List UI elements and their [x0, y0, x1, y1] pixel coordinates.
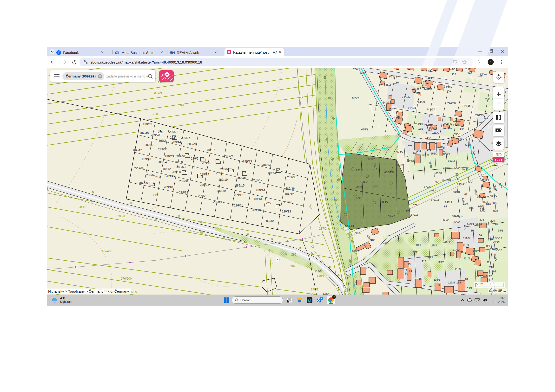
svg-text:277/400: 277/400: [101, 249, 112, 253]
svg-text:36: 36: [479, 234, 482, 237]
svg-text:18: 18: [465, 278, 468, 281]
svg-text:95/18: 95/18: [495, 249, 502, 252]
svg-text:289/10: 289/10: [252, 208, 261, 212]
svg-text:289/64: 289/64: [220, 167, 229, 171]
svg-text:289/15: 289/15: [235, 184, 244, 187]
svg-text:195: 195: [469, 207, 474, 209]
svg-text:289/19: 289/19: [219, 178, 228, 181]
svg-text:744/28: 744/28: [411, 87, 419, 90]
svg-text:289/57: 289/57: [145, 143, 154, 147]
svg-text:289/42: 289/42: [162, 167, 171, 171]
svg-text:289/23: 289/23: [200, 183, 209, 186]
svg-text:143: 143: [412, 152, 417, 155]
svg-text:683/2: 683/2: [368, 158, 375, 161]
svg-text:289/24: 289/24: [200, 173, 209, 176]
svg-text:289/30: 289/30: [172, 170, 181, 174]
svg-text:289/28: 289/28: [187, 142, 197, 146]
svg-text:671/6: 671/6: [424, 185, 431, 188]
svg-text:95/4: 95/4: [479, 219, 484, 221]
svg-text:184: 184: [456, 281, 461, 284]
svg-text:671/2: 671/2: [411, 213, 418, 216]
svg-text:114/2: 114/2: [453, 248, 460, 251]
svg-text:289/11: 289/11: [234, 204, 243, 207]
svg-text:220: 220: [488, 238, 493, 241]
svg-text:111/2: 111/2: [462, 244, 469, 247]
svg-text:664/3: 664/3: [452, 215, 459, 218]
svg-text:671/8: 671/8: [462, 167, 469, 170]
svg-text:289/12: 289/12: [234, 193, 243, 197]
svg-text:744/55: 744/55: [432, 132, 440, 135]
svg-text:671/15: 671/15: [430, 190, 438, 192]
svg-text:289/45: 289/45: [143, 123, 152, 126]
svg-text:141: 141: [426, 148, 431, 151]
svg-text:289/40: 289/40: [164, 185, 173, 189]
svg-text:653/3: 653/3: [465, 143, 472, 146]
svg-text:109/2: 109/2: [465, 287, 472, 290]
svg-text:96/3: 96/3: [482, 200, 488, 203]
svg-text:14: 14: [409, 270, 412, 272]
svg-text:115/4: 115/4: [443, 240, 450, 243]
svg-text:129/3: 129/3: [317, 274, 324, 278]
svg-text:676: 676: [408, 145, 412, 148]
svg-text:289/41: 289/41: [166, 174, 175, 178]
svg-text:671/10: 671/10: [442, 178, 451, 181]
svg-text:666/3: 666/3: [445, 200, 452, 203]
svg-text:665/2: 665/2: [490, 194, 497, 197]
svg-text:276/200: 276/200: [121, 277, 131, 280]
svg-text:174: 174: [459, 215, 463, 218]
svg-text:289/21: 289/21: [213, 200, 222, 204]
svg-text:283/3: 283/3: [117, 214, 125, 218]
svg-text:289/70: 289/70: [151, 134, 160, 137]
svg-text:108: 108: [473, 249, 477, 252]
svg-text:289/43: 289/43: [165, 155, 174, 158]
svg-text:660/1: 660/1: [467, 222, 474, 225]
svg-text:665/2: 665/2: [442, 219, 449, 221]
svg-text:671/7: 671/7: [388, 214, 395, 217]
svg-text:664/2: 664/2: [453, 221, 460, 223]
svg-text:744/33: 744/33: [388, 75, 397, 78]
svg-text:279: 279: [311, 292, 316, 294]
svg-text:1109: 1109: [455, 268, 461, 271]
svg-text:289/62: 289/62: [146, 173, 155, 177]
svg-text:293: 293: [179, 103, 184, 107]
svg-text:217: 217: [155, 175, 161, 179]
svg-text:289/48: 289/48: [142, 158, 151, 161]
svg-text:95/16: 95/16: [493, 240, 500, 243]
svg-text:95/8: 95/8: [490, 220, 495, 222]
svg-text:685/2: 685/2: [384, 83, 391, 86]
svg-text:289/49: 289/49: [136, 166, 145, 170]
svg-text:226: 226: [490, 248, 495, 251]
svg-text:87: 87: [464, 193, 467, 196]
svg-text:13: 13: [408, 263, 411, 266]
svg-text:665/1: 665/1: [467, 180, 474, 183]
svg-text:289/38: 289/38: [282, 210, 291, 213]
svg-text:680/1: 680/1: [384, 171, 391, 174]
svg-text:655/1: 655/1: [443, 167, 450, 170]
svg-text:683/1: 683/1: [357, 186, 364, 189]
svg-text:159: 159: [415, 92, 420, 95]
svg-text:653/1: 653/1: [454, 133, 461, 136]
svg-text:89: 89: [471, 229, 474, 232]
svg-text:289/22: 289/22: [198, 194, 207, 198]
svg-text:100/1: 100/1: [483, 244, 490, 247]
svg-text:745/1: 745/1: [425, 137, 432, 140]
svg-text:289/52: 289/52: [176, 155, 185, 158]
svg-text:289/36: 289/36: [285, 187, 295, 190]
svg-text:124: 124: [383, 241, 388, 244]
svg-text:122: 122: [413, 251, 417, 254]
svg-text:96/5: 96/5: [492, 202, 497, 205]
svg-text:678/2: 678/2: [396, 150, 403, 153]
svg-text:289/34: 289/34: [262, 164, 271, 167]
svg-text:653/2: 653/2: [448, 159, 455, 162]
svg-text:744/24: 744/24: [484, 98, 493, 100]
svg-text:656/2: 656/2: [436, 172, 443, 175]
svg-text:289/33: 289/33: [243, 160, 252, 163]
svg-text:289/74: 289/74: [267, 171, 276, 175]
svg-text:671/13: 671/13: [431, 198, 439, 201]
svg-text:664/1: 664/1: [482, 178, 489, 181]
svg-text:284: 284: [200, 231, 205, 234]
svg-text:672/1: 672/1: [356, 197, 363, 200]
svg-text:709/2: 709/2: [355, 231, 362, 234]
svg-text:289/26: 289/26: [224, 154, 234, 158]
svg-text:290: 290: [153, 112, 158, 116]
